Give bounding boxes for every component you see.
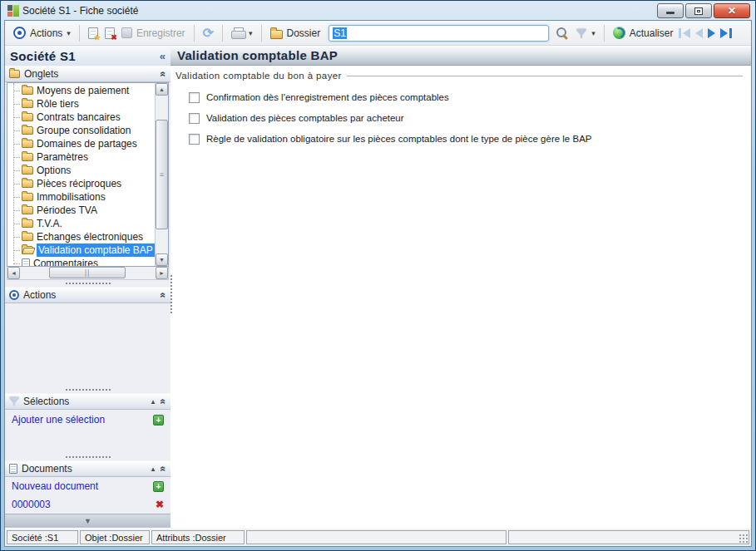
tree-item[interactable]: Commentaires (7, 257, 155, 266)
tree-item[interactable]: Echanges électroniques (7, 230, 155, 244)
panel-resize-handle[interactable] (5, 280, 170, 287)
add-document-button[interactable]: + (153, 481, 164, 492)
checkbox[interactable] (189, 92, 200, 103)
document-link[interactable]: 0000003 (12, 499, 51, 510)
scroll-right-button[interactable]: ► (156, 267, 168, 279)
resize-grip[interactable] (739, 534, 748, 543)
new-document-link[interactable]: Nouveau document (12, 480, 98, 492)
folder-icon (9, 70, 20, 78)
panel-header-actions[interactable]: Actions « (5, 287, 170, 303)
search-icon (556, 27, 569, 40)
collapse-up-icon[interactable]: « (158, 466, 170, 472)
nav-last-button[interactable] (718, 27, 734, 40)
scroll-left-button[interactable]: ◄ (7, 267, 20, 279)
tree-item[interactable]: T.V.A. (7, 217, 155, 230)
folder-icon (22, 140, 33, 148)
refresh-button[interactable]: ⟳ (200, 26, 217, 41)
checkbox-row: Règle de validation obligatoire sur les … (189, 133, 744, 145)
tree-item[interactable]: Moyens de paiement (7, 84, 155, 97)
tree-connector (13, 130, 20, 131)
tree-item-label: Echanges électroniques (37, 231, 155, 243)
minimize-icon (666, 12, 674, 14)
sidebar: Société S1 « Onglets « Moyens de paiemen… (5, 46, 170, 528)
horizontal-scroll-thumb[interactable]: || (49, 267, 126, 278)
actualiser-button[interactable]: Actualiser (610, 25, 677, 41)
app-logo-icon (7, 5, 19, 17)
search-button[interactable] (552, 25, 572, 42)
sidebar-splitter[interactable] (170, 275, 172, 313)
application-window: Société S1 - Fiche société ✕ Actions ▾ ★… (0, 0, 756, 551)
collapse-up-icon[interactable]: « (158, 293, 170, 298)
save-button[interactable]: Enregistrer (118, 26, 189, 41)
tree-connector (13, 91, 20, 91)
panel-resize-handle[interactable] (5, 386, 170, 393)
scroll-up-button[interactable]: ▲ (156, 83, 168, 96)
filter-button[interactable]: ▾ (572, 26, 599, 41)
tree-item-label: Rôle tiers (37, 98, 155, 110)
checkbox[interactable] (189, 113, 200, 124)
tree-item[interactable]: Immobilisations (7, 190, 155, 204)
delete-record-button[interactable]: ✖ (101, 26, 118, 41)
tree-item-label: Options (37, 165, 155, 176)
sidebar-bottom-bar[interactable]: ▼ (5, 514, 170, 528)
tree-item-label: Domaines de partages (37, 138, 155, 150)
tree-item[interactable]: Groupe consolidation (7, 124, 155, 137)
tree-item[interactable]: Validation comptable BAP (7, 244, 155, 257)
dossier-button[interactable]: Dossier (267, 26, 324, 41)
sidebar-collapse-icon[interactable]: « (160, 50, 166, 62)
panel-header-onglets[interactable]: Onglets « (5, 66, 170, 82)
actions-menu-button[interactable]: Actions ▾ (10, 25, 74, 41)
tree-item[interactable]: Paramètres (7, 150, 155, 164)
vertical-scrollbar[interactable]: ▲ ≡ ▼ (155, 83, 168, 266)
tree-item[interactable]: Périodes TVA (7, 204, 155, 217)
panel-resize-handle[interactable] (5, 454, 170, 460)
save-icon (121, 27, 132, 38)
nav-previous-button[interactable] (693, 27, 705, 40)
close-button[interactable]: ✕ (714, 3, 750, 18)
add-selection-button[interactable]: + (153, 415, 164, 426)
minimize-button[interactable] (657, 3, 684, 18)
panel-header-selections[interactable]: Sélections ▴ « (5, 393, 170, 410)
collapse-up-icon[interactable]: « (158, 399, 170, 405)
vertical-scroll-thumb[interactable]: ≡ (156, 120, 168, 229)
fieldset-rule (347, 76, 743, 76)
tree-item[interactable]: Rôle tiers (7, 97, 155, 111)
print-button[interactable]: ▾ (228, 26, 256, 41)
restore-button[interactable] (685, 3, 712, 18)
nav-first-button[interactable] (676, 27, 693, 40)
record-id-input[interactable]: S1 (329, 25, 549, 42)
tree-item[interactable]: Options (7, 164, 155, 177)
print-dropdown-icon: ▾ (249, 29, 253, 37)
nav-next-button[interactable] (705, 27, 718, 40)
toolbar-separator (79, 25, 80, 42)
sidebar-header: Société S1 « (5, 46, 170, 66)
page-header: Validation comptable BAP (170, 46, 751, 66)
toolbar-separator (194, 25, 195, 42)
tree-item[interactable]: Domaines de partages (7, 137, 155, 150)
selections-panel-body (5, 430, 170, 454)
scroll-down-button[interactable]: ▼ (156, 253, 168, 266)
status-company: Société :S1 (7, 530, 78, 544)
toolbar-separator (604, 25, 605, 42)
titlebar: Société S1 - Fiche société ✕ (4, 2, 752, 20)
folder-icon (22, 193, 33, 201)
tree-item[interactable]: Contrats bancaires (7, 111, 155, 124)
toolbar: Actions ▾ ★ ✖ Enregistrer ⟳ ▾ (5, 21, 751, 46)
restore-icon (694, 7, 703, 15)
scroll-up-small-icon[interactable]: ▴ (151, 397, 156, 406)
new-document-icon: ★ (88, 27, 98, 39)
new-record-button[interactable]: ★ (85, 26, 101, 41)
toolbar-separator (222, 25, 223, 42)
actions-panel-label: Actions (23, 289, 56, 301)
add-selection-link[interactable]: Ajouter une sélection (12, 414, 105, 426)
tree-item[interactable]: Pièces réciproques (7, 177, 155, 190)
checkbox[interactable] (189, 134, 200, 145)
checkbox-label: Règle de validation obligatoire sur les … (206, 134, 591, 144)
sidebar-title: Société S1 (10, 49, 76, 63)
scroll-up-small-icon[interactable]: ▴ (151, 465, 156, 473)
folder-icon (22, 126, 33, 135)
panel-header-documents[interactable]: Documents ▴ « (5, 460, 170, 477)
horizontal-scrollbar[interactable]: ◄ || ► (7, 267, 169, 280)
delete-document-button[interactable]: ✖ (156, 499, 164, 510)
collapse-up-icon[interactable]: « (158, 71, 170, 77)
